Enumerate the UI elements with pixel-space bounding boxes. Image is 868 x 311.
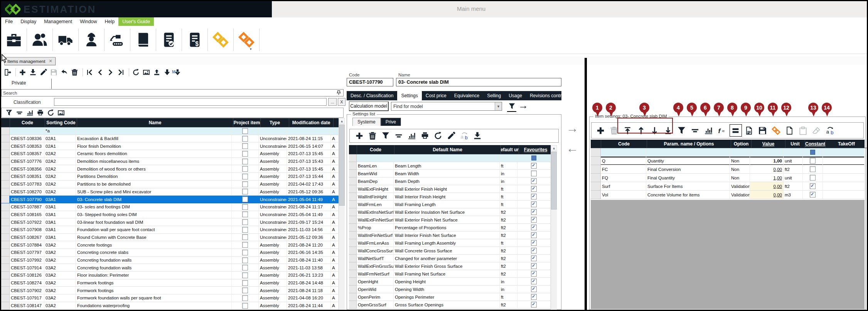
settings-table-scrollbar[interactable]: ▲ (551, 145, 557, 310)
row-header[interactable] (1, 181, 10, 188)
param-row[interactable]: FC Final Conversion Non 0,00 ft2 (591, 165, 865, 174)
transfer-left-arrow-icon[interactable]: ← (566, 141, 578, 156)
nav-first-icon[interactable] (83, 68, 94, 76)
settings-row[interactable]: BeamWid Beam Width in (349, 170, 551, 177)
row-header[interactable] (591, 191, 601, 199)
page-ruler-icon[interactable] (744, 125, 754, 135)
table-row[interactable]: CBEST-108147 03A2 Foundations waterproof… (1, 302, 339, 310)
nav-last-icon[interactable] (117, 68, 125, 76)
project-item-checkbox[interactable] (242, 280, 248, 286)
project-item-checkbox[interactable] (242, 242, 248, 248)
col-header-code[interactable]: Code (10, 118, 45, 127)
door-exit-icon[interactable] (3, 68, 12, 76)
row-header[interactable] (349, 216, 357, 224)
col-header-sorting-code[interactable]: Sorting Code (45, 118, 77, 127)
row-header[interactable] (349, 239, 357, 247)
toolbox-icon[interactable] (1, 29, 27, 51)
classification-input[interactable] (54, 98, 327, 106)
funnel-icon[interactable] (677, 125, 687, 135)
table-row[interactable]: CBEST-108353 02A1 Floor finish Demolitio… (1, 142, 339, 150)
favourite-checkbox[interactable] (531, 240, 537, 246)
row-header[interactable] (1, 142, 10, 150)
thick-equals-icon[interactable] (731, 125, 741, 135)
project-item-checkbox[interactable] (242, 189, 248, 194)
settings-row[interactable]: WallExtFinNetSurf Wall Exterior Finish N… (349, 216, 551, 224)
favourite-checkbox[interactable] (531, 163, 537, 169)
row-header[interactable] (349, 301, 357, 309)
col-header-param[interactable]: Param. name / Options (647, 140, 731, 148)
constant-checkbox[interactable] (810, 158, 816, 164)
menu-item[interactable]: Management (40, 17, 76, 26)
pencil-icon[interactable] (39, 68, 47, 76)
settings-row[interactable]: WallFrmLen Wall Framing Length ft (349, 201, 551, 208)
param-row[interactable]: Q Quantity Non 1,00 unit (591, 157, 865, 165)
table-row[interactable]: CBEST-108270 02A2 SUB - Screw piles and … (1, 188, 339, 196)
constant-checkbox[interactable] (810, 183, 816, 189)
table-row[interactable]: CBEST-108267 03A1 Round Column with Conc… (1, 234, 339, 242)
table-row[interactable]: CBEST-107790 03A1 03- Concrete slab DIM … (1, 196, 339, 203)
row-header[interactable] (349, 262, 357, 270)
classification-browse-button[interactable]: ... (328, 98, 337, 106)
chart-icon[interactable] (26, 109, 34, 117)
row-header[interactable] (591, 174, 601, 182)
menu-item[interactable]: Display (17, 17, 40, 26)
filter-sorting-code[interactable]: *a (44, 127, 76, 135)
project-item-checkbox[interactable] (242, 196, 248, 202)
ab-icon[interactable]: ab (460, 131, 469, 140)
printer-icon[interactable] (420, 131, 430, 140)
row-header[interactable] (349, 293, 357, 301)
detail-tab[interactable]: Cost price (422, 91, 450, 100)
row-header[interactable] (349, 247, 357, 255)
row-header[interactable] (349, 278, 357, 286)
detail-tab[interactable]: Settings (397, 91, 421, 100)
favourite-checkbox[interactable] (531, 201, 537, 207)
upload-icon[interactable] (153, 68, 161, 76)
project-item-checkbox[interactable] (242, 250, 248, 255)
settings-row[interactable]: BeamLen Beam Length ft (349, 162, 551, 170)
table-row[interactable]: CBEST-108165 03A1 03- Stepped footing so… (1, 211, 339, 219)
funnel-icon[interactable] (381, 131, 390, 140)
worker-icon[interactable] (79, 29, 104, 51)
settings-row[interactable]: WallIntFinHght Wall Interior Finish Heig… (349, 193, 551, 201)
bars-icon[interactable] (15, 109, 24, 117)
printer-icon[interactable] (36, 109, 44, 117)
settings-row[interactable]: OpenGrssSurf Gross Surface Openings ft2 (349, 301, 551, 309)
ab-icon[interactable]: ab (825, 125, 835, 135)
search-input[interactable]: Search (1, 89, 344, 96)
detail-tab[interactable]: Usage (505, 91, 526, 100)
project-item-checkbox[interactable] (242, 303, 248, 309)
plus-icon[interactable] (596, 125, 606, 135)
menu-item[interactable]: User's Guide (118, 17, 154, 26)
tray-down-icon[interactable] (29, 68, 37, 76)
detail-tab[interactable]: Revisions control (526, 91, 569, 100)
table-row[interactable]: CBEST-107992 03A2 Concreting foundation … (1, 257, 339, 264)
constant-checkbox[interactable] (810, 192, 816, 198)
col-header-option[interactable]: Option (731, 140, 752, 148)
constant-checkbox[interactable] (810, 166, 816, 172)
pencil-icon[interactable] (447, 131, 456, 140)
row-header[interactable] (1, 226, 10, 234)
col-header-unit[interactable]: Unit (785, 140, 805, 148)
eraser-icon[interactable] (812, 125, 822, 135)
settings-row[interactable]: WallIntFinNetSurf Wall Interior Finish N… (349, 232, 551, 239)
col-header-default-name[interactable]: Default Name (394, 145, 501, 154)
menu-item[interactable]: Window (76, 17, 101, 26)
table-row[interactable]: CBEST-108336 02A1 Excavation & Backfill … (1, 135, 339, 143)
project-item-checkbox[interactable] (242, 227, 248, 233)
row-header[interactable] (1, 294, 10, 302)
table-row[interactable]: CBEST-107884 03A2 Concrete footings Asse… (1, 241, 339, 249)
row-header[interactable] (1, 173, 10, 181)
tray-down-icon[interactable] (473, 131, 482, 140)
trash-icon[interactable] (71, 68, 79, 76)
table-row[interactable]: CBEST-107922 03A1 03-linear foot foundat… (1, 218, 339, 226)
project-item-checkbox[interactable] (242, 181, 248, 187)
nav-prev-icon[interactable] (96, 68, 104, 76)
row-header[interactable] (1, 203, 10, 211)
row-header[interactable] (1, 196, 10, 203)
settings-row[interactable]: BeamDep Beam Depth in (349, 177, 551, 185)
bars-icon[interactable] (394, 131, 403, 140)
project-item-checkbox[interactable] (242, 272, 248, 278)
col-header-default-unit[interactable]: Default unit (501, 145, 519, 154)
detail-tab[interactable]: Selling (483, 91, 505, 100)
undo-icon[interactable] (60, 68, 68, 76)
